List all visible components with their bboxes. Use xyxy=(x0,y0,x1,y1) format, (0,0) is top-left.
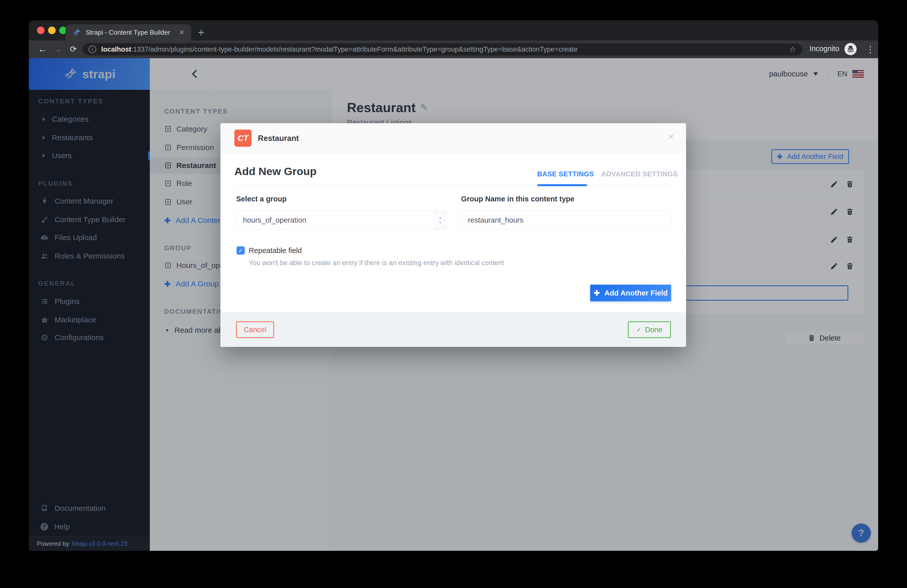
window-minimize-button[interactable] xyxy=(48,27,56,34)
group-select[interactable]: hours_of_operation ▲▼ xyxy=(236,210,446,230)
forward-icon[interactable]: → xyxy=(51,43,64,56)
incognito-label: Incognito xyxy=(809,45,840,53)
url-bar[interactable]: i localhost:1337/admin/plugins/content-t… xyxy=(82,43,803,55)
browser-toolbar: ← → ⟳ i localhost:1337/admin/plugins/con… xyxy=(29,40,878,58)
repeatable-label: Repeatable field xyxy=(249,247,302,255)
tab-base-settings[interactable]: BASE SETTINGS xyxy=(537,170,594,178)
group-name-label: Group Name in this content type xyxy=(461,195,574,203)
tab-advanced-settings[interactable]: ADVANCED SETTINGS xyxy=(601,170,678,178)
browser-menu-icon[interactable]: ⋮ xyxy=(866,43,875,56)
tab-title: Strapi - Content Type Builder xyxy=(86,29,176,37)
window-close-button[interactable] xyxy=(37,27,45,34)
page-viewport: strapi CONTENT TYPES Categories Restaura… xyxy=(29,58,878,551)
repeatable-checkbox[interactable]: ✓ xyxy=(236,246,245,255)
done-button[interactable]: ✓ Done xyxy=(628,321,671,338)
screen: Strapi - Content Type Builder ✕ + ← → ⟳ … xyxy=(0,0,907,588)
add-group-modal: CT Restaurant ✕ Add New Group BASE SETTI… xyxy=(220,123,686,347)
back-icon[interactable]: ← xyxy=(36,43,49,56)
modal-content-type-name: Restaurant xyxy=(258,134,299,143)
incognito-icon xyxy=(844,43,857,55)
content-type-badge: CT xyxy=(234,130,252,147)
active-tab-underline xyxy=(537,184,587,186)
check-icon: ✓ xyxy=(636,326,641,333)
cancel-button[interactable]: Cancel xyxy=(236,321,274,338)
tab-close-icon[interactable]: ✕ xyxy=(179,29,184,37)
group-name-input[interactable] xyxy=(461,210,671,230)
plus-icon: ✚ xyxy=(594,289,600,297)
repeatable-help-text: You won't be able to create an entry if … xyxy=(249,259,504,267)
browser-tab[interactable]: Strapi - Content Type Builder ✕ xyxy=(66,24,191,40)
modal-header: CT Restaurant ✕ xyxy=(220,123,686,153)
strapi-favicon-icon xyxy=(72,28,81,37)
modal-footer: Cancel ✓ Done xyxy=(220,312,686,347)
select-group-label: Select a group xyxy=(236,195,287,203)
new-tab-button[interactable]: + xyxy=(198,26,205,39)
page-info-icon[interactable]: i xyxy=(88,46,96,53)
bookmark-star-icon[interactable]: ☆ xyxy=(789,45,796,54)
tabs-divider xyxy=(234,186,672,186)
tab-strip: Strapi - Content Type Builder ✕ + xyxy=(29,20,878,40)
browser-window: Strapi - Content Type Builder ✕ + ← → ⟳ … xyxy=(29,20,878,551)
add-another-field-button[interactable]: ✚ Add Another Field xyxy=(590,285,671,301)
reload-icon[interactable]: ⟳ xyxy=(67,43,80,56)
close-icon[interactable]: ✕ xyxy=(668,132,674,141)
select-spinner-icon[interactable]: ▲▼ xyxy=(434,211,446,229)
modal-title: Add New Group xyxy=(234,165,317,178)
url-text: localhost:1337/admin/plugins/content-typ… xyxy=(101,46,789,53)
group-select-value: hours_of_operation xyxy=(243,211,306,229)
